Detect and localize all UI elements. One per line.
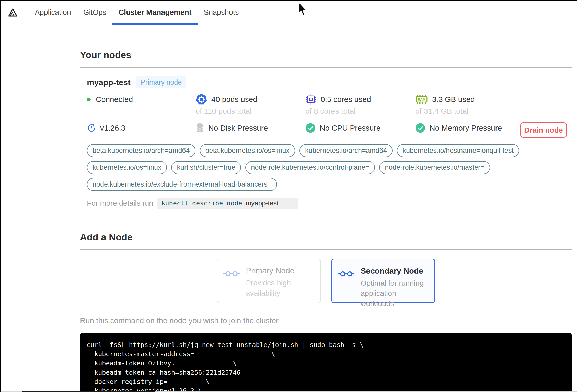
node-link-icon (338, 271, 355, 277)
add-node-title: Add a Node (80, 232, 572, 243)
your-nodes-section: Your nodes myapp-test Primary node Conne… (80, 50, 572, 209)
secondary-node-option-description: Optimal for running application workload… (361, 278, 431, 309)
node-details-hint: For more details run kubectl describe no… (87, 198, 572, 209)
mouse-cursor (297, 1, 308, 17)
screenshot-left-edge (0, 0, 1, 392)
node-status: Connected (96, 95, 133, 104)
node-label-pill: kubernetes.io/hostname=jonquil-test (397, 144, 519, 157)
pods-used-value: 40 pods used (211, 95, 257, 104)
check-icon (415, 123, 425, 133)
tab-snapshots[interactable]: Snapshots (198, 0, 245, 25)
add-node-section: Add a Node Primary Node Provides high av… (80, 232, 572, 392)
pods-stat: 40 pods used of 110 pods total (195, 94, 305, 116)
terminal-line: docker-registry-ip= \ (87, 377, 565, 386)
svg-text:RAM: RAM (418, 98, 426, 101)
kubernetes-version: v1.26.3 (100, 124, 125, 132)
primary-node-option-title: Primary Node (246, 266, 301, 275)
your-nodes-title: Your nodes (80, 50, 572, 61)
node-label-pill: kubernetes.io/arch=amd64 (299, 144, 393, 157)
screenshot-top-edge (0, 0, 577, 1)
cpu-pressure-cell: No CPU Pressure (305, 122, 415, 134)
kubectl-command: kubectl describe node (161, 200, 242, 207)
node-label-pill: beta.kubernetes.io/arch=amd64 (87, 144, 195, 157)
top-navbar: Application GitOps Cluster Management Sn… (0, 0, 577, 25)
node-status-cell: Connected (87, 94, 195, 116)
kubectl-command-node: myapp-test (246, 199, 279, 207)
terminal-line: kubernetes-version=v1.26.3 \ (87, 386, 565, 392)
primary-node-option-text: Primary Node Provides high availability (246, 266, 301, 303)
primary-node-option[interactable]: Primary Node Provides high availability (217, 259, 321, 303)
secondary-node-option-text: Secondary Node Optimal for running appli… (361, 267, 431, 302)
disk-pressure-label: No Disk Pressure (208, 124, 268, 132)
tab-cluster-management[interactable]: Cluster Management (112, 0, 198, 25)
secondary-node-option-title: Secondary Node (361, 267, 431, 276)
drain-node-button[interactable]: Drain node (520, 122, 567, 138)
nav-tabs: Application GitOps Cluster Management Sn… (29, 0, 245, 25)
memory-stat: RAM 3.3 GB used of 31.4 GB total (415, 94, 524, 116)
cores-total: of 8 cores total (305, 107, 415, 116)
join-instruction: Run this command on the node you wish to… (80, 316, 572, 325)
details-prefix: For more details run (87, 199, 153, 207)
secondary-node-option[interactable]: Secondary Node Optimal for running appli… (331, 259, 435, 303)
tab-gitops[interactable]: GitOps (77, 0, 112, 25)
node-link-icon (223, 270, 240, 277)
cluster-management-page: Your nodes myapp-test Primary node Conne… (80, 50, 572, 392)
node-stats-grid: Connected (87, 94, 572, 134)
kubectl-command-chip: kubectl describe node myapp-test (157, 198, 298, 209)
primary-node-option-description: Provides high availability (246, 278, 301, 298)
node-labels: beta.kubernetes.io/arch=amd64 beta.kuber… (87, 144, 521, 191)
disk-pressure-cell: No Disk Pressure (195, 122, 305, 134)
cpu-icon (305, 94, 317, 105)
primary-node-badge: Primary node (136, 76, 187, 88)
node-label-pill: kurl.sh/cluster=true (171, 161, 241, 174)
memory-pressure-cell: No Memory Pressure (415, 122, 524, 134)
node-type-options: Primary Node Provides high availability … (80, 259, 572, 303)
ram-icon: RAM (415, 94, 428, 105)
check-icon (305, 123, 316, 133)
join-command-terminal: curl -fsSL https://kurl.sh/jq-new-test-u… (80, 333, 572, 392)
tab-application[interactable]: Application (29, 0, 77, 25)
pods-total: of 110 pods total (195, 107, 305, 116)
replicated-logo-icon[interactable] (7, 7, 18, 18)
version-cell: v1.26.3 (87, 122, 195, 134)
cores-used-value: 0.5 cores used (321, 95, 371, 104)
update-version-icon (87, 123, 96, 133)
terminal-line: kubeadm-token-ca-hash=sha256:221d25746 (87, 368, 565, 377)
node-card: myapp-test Primary node Connected (80, 68, 572, 209)
connected-dot-icon (87, 98, 91, 101)
node-name: myapp-test (87, 78, 131, 87)
kubernetes-icon (195, 94, 207, 105)
node-label-pill: node-role.kubernetes.io/master= (379, 161, 490, 174)
section-divider (80, 249, 572, 250)
node-label-pill: kubernetes.io/os=linux (87, 161, 167, 174)
terminal-line: kubernetes-master-address= \ (87, 350, 565, 359)
node-label-pill: node-role.kubernetes.io/control-plane= (245, 161, 375, 174)
disk-icon (195, 123, 204, 133)
node-label-pill: beta.kubernetes.io/os=linux (200, 144, 295, 157)
node-label-pill: node.kubernetes.io/exclude-from-external… (87, 178, 277, 191)
memory-pressure-label: No Memory Pressure (430, 124, 502, 132)
node-name-row: myapp-test Primary node (87, 76, 572, 88)
terminal-line: curl -fsSL https://kurl.sh/jq-new-test-u… (87, 340, 565, 350)
memory-used-value: 3.3 GB used (432, 95, 475, 104)
terminal-line: kubeadm-token=0ztbvy. \ (87, 359, 565, 368)
cores-stat: 0.5 cores used of 8 cores total (305, 94, 415, 116)
memory-total: of 31.4 GB total (415, 107, 524, 116)
cpu-pressure-label: No CPU Pressure (320, 124, 380, 132)
